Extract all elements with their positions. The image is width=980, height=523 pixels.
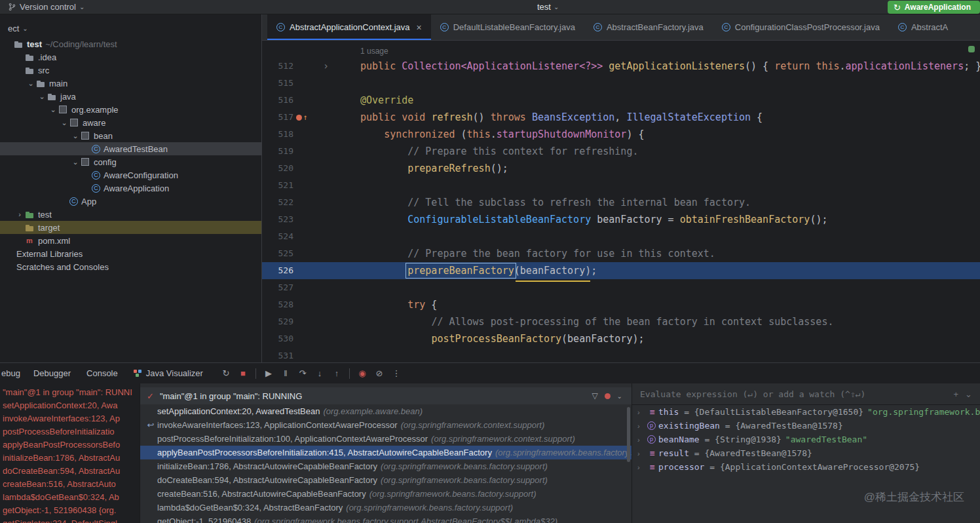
rerun-icon[interactable]: ↻ bbox=[217, 368, 235, 378]
stack-frame-item[interactable]: setApplicationContext:20, Awa bbox=[0, 399, 140, 412]
frame-row[interactable]: getObject:-1, 521960438(org.springframew… bbox=[140, 514, 631, 523]
tab-java-visualizer[interactable]: Java Visualizer bbox=[126, 368, 211, 378]
editor-tab[interactable]: CAbstractBeanFactory.java bbox=[584, 14, 713, 40]
tree-item-scratches-and-consoles[interactable]: Scratches and Consoles bbox=[0, 260, 261, 273]
tree-chevron-icon[interactable]: ⌄ bbox=[48, 106, 58, 114]
line-number: 516 bbox=[262, 92, 293, 109]
tree-item-src[interactable]: src bbox=[0, 64, 261, 77]
variable-row-beanName[interactable]: ›pbeanName = {String@1938}"awaredTestBea… bbox=[632, 433, 980, 446]
chevron-down-icon[interactable]: ⌄ bbox=[965, 389, 972, 399]
tree-item-test[interactable]: test~/Coding/learn/test bbox=[0, 37, 261, 50]
line-number: 525 bbox=[262, 245, 293, 262]
frame-row[interactable]: ↩invokeAwareInterfaces:123, ApplicationC… bbox=[140, 418, 631, 432]
view-breakpoints-icon[interactable]: ◉ bbox=[354, 368, 371, 378]
tree-item-org-example[interactable]: ⌄org.example bbox=[0, 103, 261, 116]
debug-window-label[interactable]: ebug bbox=[1, 368, 26, 378]
stack-frame-item[interactable]: createBean:516, AbstractAuto bbox=[0, 478, 140, 491]
tree-item-bean[interactable]: ⌄bean bbox=[0, 129, 261, 142]
expand-icon[interactable]: › bbox=[637, 463, 647, 471]
tree-item-main[interactable]: ⌄main bbox=[0, 77, 261, 90]
tree-item-external-libraries[interactable]: External Libraries bbox=[0, 247, 261, 260]
tree-chevron-icon[interactable]: ⌄ bbox=[71, 158, 80, 166]
chevron-down-icon[interactable]: ⌄ bbox=[617, 393, 622, 400]
tab-console[interactable]: Console bbox=[79, 368, 126, 378]
tree-item-config[interactable]: ⌄config bbox=[0, 155, 261, 168]
frame-row[interactable]: createBean:516, AbstractAutowireCapableB… bbox=[140, 487, 631, 501]
tree-item-label: target bbox=[38, 223, 60, 233]
frame-row[interactable]: lambda$doGetBean$0:324, AbstractBeanFact… bbox=[140, 501, 631, 514]
tree-item-aware[interactable]: ⌄aware bbox=[0, 116, 261, 129]
breakpoint-icon[interactable] bbox=[296, 115, 302, 121]
editor-tab[interactable]: CAbstractApplicationContext.java× bbox=[267, 14, 431, 40]
stack-frame-item[interactable]: applyBeanPostProcessorsBefo bbox=[0, 438, 140, 452]
resume-icon[interactable]: ▶ bbox=[260, 368, 277, 378]
stack-frame-item[interactable]: getObject:-1, 521960438 {org. bbox=[0, 504, 140, 517]
expand-icon[interactable]: › bbox=[637, 408, 647, 416]
frames-scrollbar[interactable] bbox=[627, 407, 630, 462]
pause-icon[interactable]: ‖ bbox=[277, 368, 294, 378]
expand-icon[interactable]: › bbox=[637, 436, 647, 444]
expand-icon[interactable]: › bbox=[637, 422, 647, 430]
variable-row-result[interactable]: ›≡result = {AwaredTestBean@1578} bbox=[632, 446, 980, 460]
tree-chevron-icon[interactable]: › bbox=[15, 210, 24, 218]
thread-dot-icon[interactable] bbox=[605, 393, 611, 399]
variable-row-existingBean[interactable]: ›pexistingBean = {AwaredTestBean@1578} bbox=[632, 419, 980, 433]
version-control-widget[interactable]: Version control ⌄ bbox=[4, 0, 88, 14]
tree-item-pom-xml[interactable]: mpom.xml bbox=[0, 234, 261, 247]
close-tab-icon[interactable]: × bbox=[417, 22, 422, 33]
thread-header[interactable]: ✓ "main"@1 in group "main": RUNNING ▽ ⌄ bbox=[140, 387, 631, 404]
tree-chevron-icon[interactable]: ⌄ bbox=[37, 92, 47, 101]
step-out-icon[interactable]: ↑ bbox=[328, 368, 345, 378]
stack-frame-item[interactable]: initializeBean:1786, AbstractAu bbox=[0, 452, 140, 465]
expand-icon[interactable]: › bbox=[637, 450, 647, 457]
editor-tab[interactable]: CDefaultListableBeanFactory.java bbox=[431, 14, 584, 40]
tree-item-label: External Libraries bbox=[16, 249, 83, 259]
evaluate-expression-input[interactable]: Evaluate expression (↵) or add a watch (… bbox=[632, 383, 980, 405]
toolbar-separator bbox=[255, 368, 256, 379]
tree-item-target[interactable]: target bbox=[0, 221, 261, 234]
tree-item-label: App bbox=[81, 197, 96, 206]
stack-frame-item[interactable]: invokeAwareInterfaces:123, Ap bbox=[0, 412, 140, 425]
frame-row[interactable]: applyBeanPostProcessorsBeforeInitializat… bbox=[140, 446, 631, 459]
step-over-icon[interactable]: ↷ bbox=[294, 368, 311, 378]
project-panel-header[interactable]: ect ⌄ bbox=[0, 14, 261, 37]
tab-debugger[interactable]: Debugger bbox=[26, 368, 79, 378]
frame-row[interactable]: initializeBean:1786, AbstractAutowireCap… bbox=[140, 459, 631, 473]
fold-marker-icon[interactable]: › bbox=[311, 58, 337, 75]
variable-row-this[interactable]: ›≡this = {DefaultListableBeanFactory@165… bbox=[632, 405, 980, 419]
frame-row[interactable]: postProcessBeforeInitialization:100, App… bbox=[140, 432, 631, 446]
tree-item-test[interactable]: ›test bbox=[0, 208, 261, 221]
frame-row[interactable]: setApplicationContext:20, AwaredTestBean… bbox=[140, 404, 631, 418]
frame-row[interactable]: doCreateBean:594, AbstractAutowireCapabl… bbox=[140, 473, 631, 487]
code-line-523: 523 ConfigurableListableBeanFactory bean… bbox=[262, 211, 980, 228]
stop-icon[interactable]: ■ bbox=[235, 368, 252, 378]
tree-item--idea[interactable]: .idea bbox=[0, 50, 261, 64]
step-into-icon[interactable]: ↓ bbox=[311, 368, 328, 378]
tree-chevron-icon[interactable]: ⌄ bbox=[26, 79, 35, 88]
stack-frame-item[interactable]: lambda$doGetBean$0:324, Ab bbox=[0, 491, 140, 504]
mute-breakpoints-icon[interactable]: ⊘ bbox=[371, 368, 388, 378]
more-icon[interactable]: ⋮ bbox=[388, 368, 405, 378]
tree-item-java[interactable]: ⌄java bbox=[0, 90, 261, 103]
inspections-ok-icon[interactable] bbox=[968, 46, 975, 52]
stack-frame-item[interactable]: doCreateBean:594, AbstractAu bbox=[0, 465, 140, 478]
running-app-button[interactable]: ↻ AwareApplication bbox=[888, 1, 980, 14]
tree-chevron-icon[interactable]: ⌄ bbox=[60, 119, 69, 127]
tree-item-app[interactable]: CApp bbox=[0, 195, 261, 208]
filter-icon[interactable]: ▽ bbox=[592, 391, 597, 400]
code-text: try { bbox=[337, 296, 980, 313]
add-watch-icon[interactable]: + bbox=[954, 389, 959, 399]
variable-row-processor[interactable]: ›≡processor = {ApplicationContextAwarePr… bbox=[632, 460, 980, 474]
tree-item-awaredtestbean[interactable]: CAwaredTestBean bbox=[0, 142, 261, 155]
stack-frame-item[interactable]: "main"@1 in group "main": RUNNI bbox=[0, 386, 140, 399]
tree-chevron-icon[interactable]: ⌄ bbox=[71, 132, 80, 140]
editor[interactable]: 1 usage512›public Collection<Application… bbox=[262, 41, 980, 362]
override-arrow-icon[interactable]: ↑ bbox=[303, 113, 307, 121]
tree-item-awareconfiguration[interactable]: CAwareConfiguration bbox=[0, 168, 261, 182]
editor-tab[interactable]: CConfigurationClassPostProcessor.java bbox=[713, 14, 889, 40]
tree-item-awareapplication[interactable]: CAwareApplication bbox=[0, 182, 261, 195]
stack-frame-item[interactable]: getSingleton:234, DefaultSingl bbox=[0, 517, 140, 523]
editor-tab[interactable]: CAbstractA bbox=[889, 14, 957, 40]
stack-frame-item[interactable]: postProcessBeforeInitializatio bbox=[0, 425, 140, 438]
run-configuration-widget[interactable]: test ⌄ bbox=[537, 0, 559, 14]
